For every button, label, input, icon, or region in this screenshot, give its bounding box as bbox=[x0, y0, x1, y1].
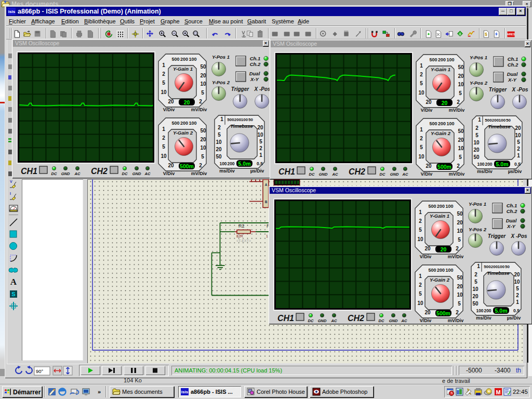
svg-text:Timebase: Timebase bbox=[230, 123, 253, 129]
svg-text:100: 100 bbox=[477, 162, 484, 167]
svg-text:20: 20 bbox=[514, 272, 520, 277]
svg-text:1: 1 bbox=[420, 127, 423, 132]
svg-text:1: 1 bbox=[516, 299, 519, 305]
svg-text:Y-Gain 2: Y-Gain 2 bbox=[431, 130, 451, 136]
svg-text:1: 1 bbox=[477, 263, 480, 269]
svg-text:Y-Gain 2: Y-Gain 2 bbox=[173, 130, 193, 136]
svg-text:20: 20 bbox=[458, 73, 464, 79]
svg-text:Trigger: Trigger bbox=[489, 87, 507, 92]
svg-text:DC: DC bbox=[379, 318, 384, 323]
svg-text:200: 200 bbox=[180, 121, 188, 126]
svg-text:ARES: ARES bbox=[507, 33, 515, 36]
svg-text:20: 20 bbox=[441, 246, 447, 252]
svg-text:DC: DC bbox=[380, 172, 385, 177]
svg-text:V/Div: V/Div bbox=[420, 254, 432, 259]
svg-text:Timebase: Timebase bbox=[488, 124, 511, 129]
svg-text:2: 2 bbox=[218, 125, 221, 130]
svg-text:500: 500 bbox=[484, 264, 491, 269]
svg-text:20: 20 bbox=[425, 99, 432, 105]
svg-text:Dual: Dual bbox=[507, 71, 518, 77]
svg-text:100: 100 bbox=[189, 57, 196, 62]
svg-text:50: 50 bbox=[216, 154, 222, 159]
svg-text:20: 20 bbox=[442, 100, 448, 106]
svg-text:200: 200 bbox=[227, 161, 234, 166]
svg-text:µs/Div: µs/Div bbox=[250, 168, 264, 174]
svg-text:X-Y: X-Y bbox=[507, 223, 516, 229]
svg-text:Ch.1: Ch.1 bbox=[250, 56, 261, 61]
svg-text:10: 10 bbox=[417, 300, 423, 306]
svg-text:50: 50 bbox=[248, 117, 253, 122]
svg-text:2: 2 bbox=[457, 99, 460, 105]
svg-text:Ch.2: Ch.2 bbox=[507, 208, 517, 214]
svg-text:100: 100 bbox=[446, 121, 454, 126]
svg-text:20: 20 bbox=[168, 99, 174, 104]
svg-text:X-Y: X-Y bbox=[508, 77, 517, 83]
svg-text:500: 500 bbox=[429, 57, 437, 62]
svg-text:V: V bbox=[10, 180, 12, 183]
svg-text:10: 10 bbox=[418, 90, 424, 96]
svg-text:50: 50 bbox=[457, 275, 463, 281]
svg-text:GND: GND bbox=[390, 172, 399, 177]
svg-text:5: 5 bbox=[459, 154, 462, 160]
svg-text:50: 50 bbox=[505, 264, 510, 269]
svg-text:20: 20 bbox=[257, 125, 263, 130]
svg-text:2: 2 bbox=[162, 135, 165, 141]
svg-text:50: 50 bbox=[506, 118, 511, 123]
svg-text:2: 2 bbox=[419, 282, 422, 288]
svg-text:2: 2 bbox=[420, 72, 423, 77]
svg-text:500: 500 bbox=[428, 204, 436, 209]
svg-text:Y-Pos 1: Y-Pos 1 bbox=[212, 54, 230, 60]
svg-text:Y-Gain 1: Y-Gain 1 bbox=[430, 213, 449, 219]
svg-text:CH2: CH2 bbox=[349, 167, 365, 176]
svg-text:DC: DC bbox=[309, 172, 315, 177]
svg-text:<T-EXT>: <T-EXT> bbox=[236, 239, 251, 243]
svg-text:GND: GND bbox=[61, 171, 70, 176]
svg-text:200: 200 bbox=[484, 308, 491, 313]
svg-text:20: 20 bbox=[424, 310, 431, 315]
svg-text:1: 1 bbox=[259, 152, 262, 158]
svg-text:2: 2 bbox=[162, 71, 165, 77]
svg-text:A: A bbox=[10, 277, 17, 287]
svg-text:20: 20 bbox=[473, 147, 480, 153]
svg-text:GND: GND bbox=[319, 172, 328, 177]
svg-text:CH2: CH2 bbox=[91, 167, 108, 176]
svg-text:AC: AC bbox=[74, 171, 81, 176]
svg-text:10: 10 bbox=[457, 228, 463, 234]
svg-text:0.5: 0.5 bbox=[514, 162, 521, 167]
svg-text:20: 20 bbox=[200, 73, 206, 78]
svg-text:10: 10 bbox=[457, 292, 463, 298]
svg-text:10: 10 bbox=[473, 140, 480, 145]
svg-text:20: 20 bbox=[200, 137, 206, 142]
svg-text:5: 5 bbox=[516, 286, 519, 291]
svg-text:100: 100 bbox=[498, 264, 505, 269]
svg-text:Trigger: Trigger bbox=[231, 86, 249, 92]
svg-text:5: 5 bbox=[201, 154, 204, 159]
svg-text:A: A bbox=[265, 183, 268, 187]
svg-text:5: 5 bbox=[517, 139, 520, 145]
svg-text:200: 200 bbox=[437, 268, 445, 273]
svg-text:1: 1 bbox=[419, 273, 422, 279]
svg-text:Y-Pos 2: Y-Pos 2 bbox=[470, 80, 488, 86]
svg-text:1: 1 bbox=[220, 116, 223, 122]
svg-text:50: 50 bbox=[457, 211, 463, 217]
svg-text:mV/Div: mV/Div bbox=[449, 108, 465, 113]
svg-text:B: B bbox=[265, 200, 268, 204]
svg-text:20: 20 bbox=[216, 147, 222, 152]
svg-text:Ch.1: Ch.1 bbox=[507, 203, 517, 208]
svg-text:Ch.1: Ch.1 bbox=[508, 56, 518, 62]
svg-text:X-Y: X-Y bbox=[250, 76, 260, 82]
svg-text:10: 10 bbox=[161, 89, 167, 95]
svg-text:X -Pos: X -Pos bbox=[254, 86, 270, 92]
svg-text:Timebase: Timebase bbox=[487, 270, 510, 276]
svg-text:Y-Pos 1: Y-Pos 1 bbox=[470, 55, 487, 60]
svg-text:0.5: 0.5 bbox=[257, 161, 263, 166]
svg-text:AC: AC bbox=[402, 172, 408, 177]
svg-text:Y-Gain 2: Y-Gain 2 bbox=[430, 277, 450, 283]
svg-text:100: 100 bbox=[219, 161, 227, 166]
svg-text:Trigger: Trigger bbox=[488, 233, 506, 239]
svg-text:2: 2 bbox=[420, 136, 423, 141]
svg-text:2: 2 bbox=[474, 272, 477, 277]
svg-text:200: 200 bbox=[437, 204, 445, 209]
svg-text:200: 200 bbox=[491, 264, 498, 269]
svg-text:2: 2 bbox=[475, 125, 478, 131]
